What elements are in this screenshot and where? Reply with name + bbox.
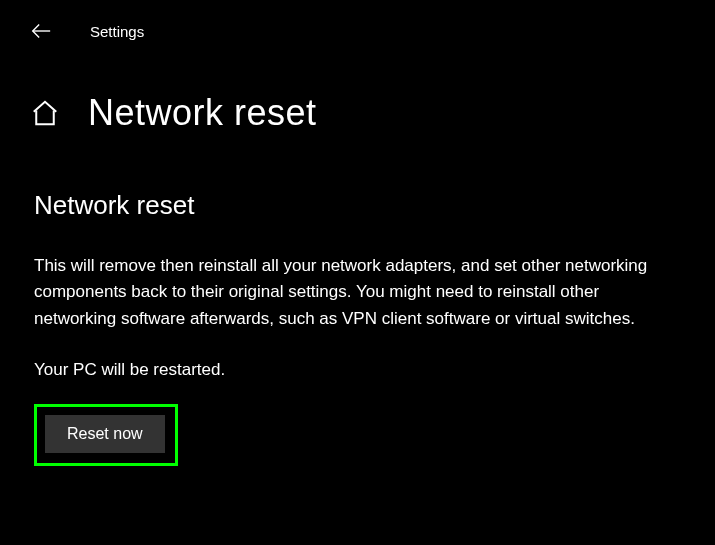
page-title-row: Network reset — [0, 42, 715, 134]
section-heading: Network reset — [34, 190, 685, 221]
content-area: Network reset This will remove then rein… — [0, 134, 715, 466]
back-arrow-icon[interactable] — [30, 20, 52, 42]
reset-now-button[interactable]: Reset now — [45, 415, 165, 453]
header-title: Settings — [90, 23, 144, 40]
page-title: Network reset — [88, 92, 317, 134]
restart-note: Your PC will be restarted. — [34, 360, 685, 380]
highlight-annotation: Reset now — [34, 404, 178, 466]
header-bar: Settings — [0, 0, 715, 42]
description-text: This will remove then reinstall all your… — [34, 253, 674, 332]
home-icon[interactable] — [30, 98, 60, 128]
